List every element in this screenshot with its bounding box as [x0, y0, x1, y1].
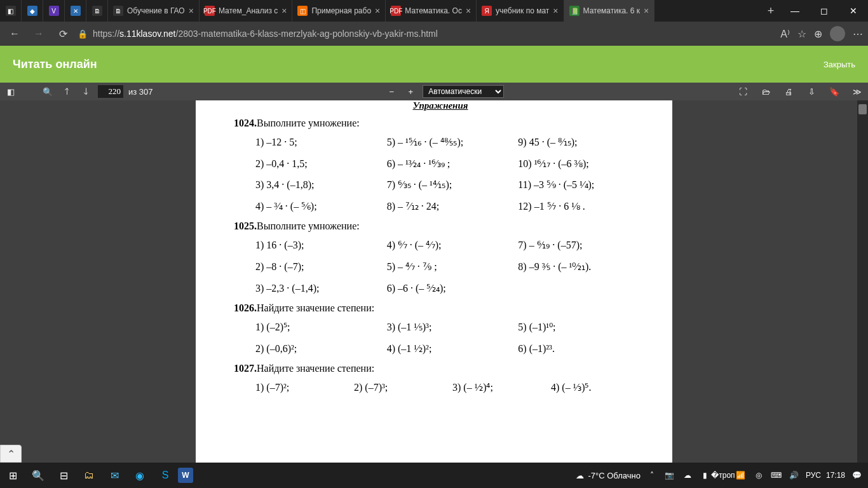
back-button[interactable]: ← [5, 24, 24, 43]
wifi-icon[interactable]: �троп [717, 471, 729, 480]
browser-tab[interactable]: ◫Примерная рабо× [292, 0, 386, 22]
maximize-button[interactable]: ◻ [810, 0, 839, 22]
problem-item: 4) (– ¹⁄₃)⁵. [548, 377, 647, 398]
problem-item: 8) –9 ³⁄₅ · (– ¹⁰⁄₂₁). [515, 256, 647, 278]
tools-icon[interactable]: ≫ [850, 87, 864, 97]
tab-close-icon[interactable]: × [189, 6, 194, 16]
search-button[interactable]: 🔍 [25, 463, 51, 488]
browser-tab[interactable]: 🗎 [86, 0, 108, 22]
zoom-in-icon[interactable]: + [403, 87, 417, 97]
word-icon[interactable]: W [178, 468, 193, 483]
browser-tab[interactable]: 🗎Обучение в ГАО× [108, 0, 200, 22]
downloads-handle[interactable]: ⌃ [0, 445, 22, 463]
problem-item: 6) (–1)²³. [515, 338, 647, 360]
weather-widget[interactable]: ☁-7°C Облачно [576, 471, 640, 480]
scrollbar-thumb[interactable] [858, 104, 867, 114]
problem-item [515, 278, 647, 299]
browser-tab[interactable]: V [43, 0, 65, 22]
presentation-icon[interactable]: ⛶ [736, 87, 750, 97]
task-view-icon[interactable]: ⊟ [51, 463, 76, 488]
page-number-input[interactable] [98, 85, 123, 98]
browser-tab[interactable]: ◧ [0, 0, 22, 22]
problem-item: 4) – ³⁄₄ · (– ⁵⁄₆); [253, 196, 384, 217]
vertical-scrollbar[interactable] [857, 100, 868, 463]
pdf-page: Упражнения 1024.Выполните умножение:1) –… [196, 100, 672, 463]
browser-tab[interactable]: Яучебник по мат× [477, 0, 564, 22]
forward-button[interactable]: → [29, 24, 48, 43]
reader-header: Читать онлайн Закрыть [0, 46, 868, 83]
mail-icon[interactable]: ✉ [102, 463, 127, 488]
read-aloud-icon[interactable]: A⁾ [780, 28, 790, 40]
url-field[interactable]: 🔒 https://s.11klasov.net/2803-matematika… [78, 29, 775, 39]
profile-avatar[interactable] [830, 26, 845, 41]
tab-title: учебник по мат [496, 6, 549, 15]
problem-title: Выполните умножение: [257, 118, 360, 128]
meet-now-icon[interactable]: 📷 [663, 471, 676, 480]
skype-icon[interactable]: S [153, 463, 178, 488]
language-indicator[interactable]: РУС [806, 471, 821, 480]
page-up-icon[interactable]: 🡑 [60, 87, 74, 97]
tab-close-icon[interactable]: × [375, 6, 380, 16]
browser-tab[interactable]: ◆ [22, 0, 43, 22]
problem-item: 6) – ¹³⁄₂₄ · ¹⁶⁄₃₉ ; [384, 153, 516, 175]
problem-title: Найдите значение степени: [257, 363, 374, 374]
refresh-button[interactable]: ⟳ [53, 24, 72, 43]
open-file-icon[interactable]: 🗁 [759, 87, 773, 97]
minimize-button[interactable]: — [780, 0, 810, 22]
notifications-icon[interactable]: 💬 [850, 471, 863, 480]
favorite-icon[interactable]: ☆ [797, 28, 806, 40]
problem-item: 12) –1 ⁵⁄₇ · 6 ¹⁄₈ . [515, 196, 647, 217]
problem-item: 3) (–1 ¹⁄₅)³; [384, 316, 516, 338]
reader-close-button[interactable]: Закрыть [824, 60, 855, 69]
onedrive-icon[interactable]: ☁ [681, 471, 694, 480]
browser-titlebar: ◧◆V✕🗎🗎Обучение в ГАО×PDFМатем_Анализ с×◫… [0, 0, 868, 22]
battery-icon[interactable]: ▮ [699, 471, 712, 480]
keyboard-icon[interactable]: ⌨ [770, 471, 783, 480]
problem-item: 6) –6 · (– ⁵⁄₂₄); [384, 278, 516, 299]
zoom-select[interactable]: Автоматически [423, 85, 504, 98]
problem-item: 11) –3 ⁵⁄₉ · (–5 ¹⁄₄); [515, 174, 647, 196]
menu-icon[interactable]: ⋯ [853, 28, 863, 40]
problem-item: 2) –0,4 · 1,5; [253, 153, 384, 175]
search-icon[interactable]: 🔍 [41, 87, 55, 97]
file-explorer-icon[interactable]: 🗂 [76, 463, 102, 488]
bookmark-icon[interactable]: 🔖 [827, 87, 841, 97]
browser-tab[interactable]: 📗Математика. 6 к× [564, 0, 655, 22]
print-icon[interactable]: 🖨 [782, 87, 796, 97]
browser-tab[interactable]: ✕ [65, 0, 86, 22]
tab-favicon: 📗 [569, 6, 580, 16]
volume-icon[interactable]: 🔊 [788, 471, 801, 480]
problem-item: 7) ⁶⁄₃₅ · (– ¹⁴⁄₁₅); [384, 174, 516, 196]
problem-item: 5) – ¹⁵⁄₁₆ · (– ⁴⁸⁄₅₅); [384, 132, 516, 153]
tab-close-icon[interactable]: × [644, 6, 649, 16]
tab-favicon: 🗎 [113, 6, 123, 16]
problem-title: Найдите значение степени: [257, 302, 374, 313]
problem-item: 4) (–1 ¹⁄₂)²; [384, 338, 516, 360]
tab-close-icon[interactable]: × [466, 6, 471, 16]
edge-icon[interactable]: ◉ [127, 463, 153, 488]
problem-title: Выполните умножение: [257, 220, 360, 231]
browser-tab[interactable]: PDFМатем_Анализ с× [200, 0, 293, 22]
tab-title: Математика. Ос [405, 6, 462, 15]
problem-number: 1025. [234, 220, 257, 231]
sidebar-toggle-icon[interactable]: ◧ [4, 87, 18, 97]
tab-title: Математика. 6 к [583, 6, 641, 15]
tab-close-icon[interactable]: × [553, 6, 558, 16]
tray-chevron-icon[interactable]: ˄ [646, 471, 658, 480]
wifi-icon2[interactable]: 📶 [735, 471, 747, 480]
clock[interactable]: 17:18 [826, 471, 845, 480]
problem-item: 1) (–2)⁵; [253, 316, 384, 338]
problem-item: 3) 3,4 · (–1,8); [253, 174, 384, 196]
page-down-icon[interactable]: 🡓 [79, 87, 93, 97]
close-window-button[interactable]: ✕ [839, 0, 868, 22]
problem-item: 2) –8 · (–7); [253, 256, 384, 278]
collections-icon[interactable]: ⊕ [814, 28, 822, 40]
zoom-out-icon[interactable]: − [384, 87, 398, 97]
location-icon[interactable]: ◎ [752, 471, 765, 480]
tab-close-icon[interactable]: × [281, 6, 287, 16]
problem-item: 3) –2,3 · (–1,4); [253, 278, 384, 299]
browser-tab[interactable]: PDFМатематика. Ос× [386, 0, 477, 22]
start-button[interactable]: ⊞ [0, 463, 25, 488]
download-icon[interactable]: ⇩ [804, 87, 818, 97]
new-tab-button[interactable]: + [761, 4, 780, 18]
